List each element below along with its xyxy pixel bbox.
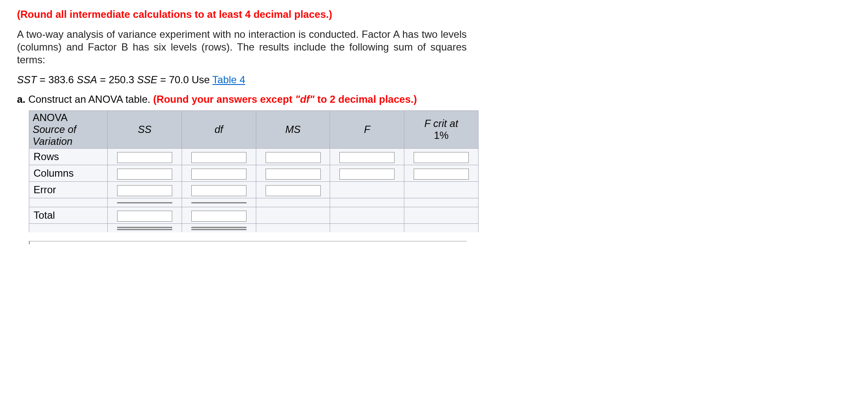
input-error-ss[interactable]	[117, 185, 172, 196]
ssa-value: = 250.3	[100, 74, 134, 85]
header-fcrit-line2: 1%	[434, 130, 449, 141]
row-subtotal-line	[29, 198, 479, 207]
input-columns-fcrit[interactable]	[414, 169, 469, 180]
input-error-df[interactable]	[191, 185, 246, 196]
input-columns-ss[interactable]	[117, 169, 172, 180]
input-rows-f[interactable]	[339, 152, 395, 163]
header-ms: MS	[256, 111, 330, 149]
input-columns-df[interactable]	[191, 169, 246, 180]
part-a-red1: (Round your answers except	[153, 93, 295, 105]
sst-label: SST	[17, 74, 37, 85]
part-a-text: Construct an ANOVA table.	[25, 93, 153, 105]
label-columns: Columns	[29, 165, 108, 182]
row-error: Error	[29, 182, 479, 198]
header-df: df	[182, 111, 256, 149]
input-rows-ms[interactable]	[266, 152, 321, 163]
table-4-link[interactable]: Table 4	[213, 74, 245, 85]
part-a-label: a.	[17, 93, 25, 105]
input-rows-fcrit[interactable]	[414, 152, 469, 163]
input-error-ms[interactable]	[266, 185, 321, 196]
input-total-ss[interactable]	[117, 211, 172, 222]
bottom-divider	[29, 241, 467, 244]
anova-table: ANOVA Source of Variation SS df MS F F c…	[29, 110, 479, 232]
header-fcrit: F crit at 1%	[404, 111, 479, 149]
sst-value: = 383.6	[39, 74, 74, 85]
problem-paragraph: A two-way analysis of variance experimen…	[17, 28, 467, 66]
sse-value: = 70.0 Use	[160, 74, 213, 85]
input-columns-ms[interactable]	[266, 169, 321, 180]
anova-title-text: ANOVA	[33, 112, 67, 123]
part-a-df: "df"	[295, 93, 314, 105]
row-total: Total	[29, 207, 479, 224]
header-source: Source of Variation	[33, 124, 76, 147]
row-rows: Rows	[29, 149, 479, 165]
row-columns: Columns	[29, 165, 479, 182]
formula-line: SST = 383.6 SSA = 250.3 SSE = 70.0 Use T…	[17, 74, 467, 86]
label-rows: Rows	[29, 149, 108, 165]
ssa-label: SSA	[77, 74, 97, 85]
label-error: Error	[29, 182, 108, 198]
part-a-red2: to 2 decimal places.)	[314, 93, 417, 105]
sse-label: SSE	[137, 74, 157, 85]
header-ss: SS	[108, 111, 182, 149]
input-rows-ss[interactable]	[117, 152, 172, 163]
label-total: Total	[29, 207, 108, 224]
part-a-prompt: a. Construct an ANOVA table. (Round your…	[17, 93, 467, 105]
row-double-line	[29, 224, 479, 233]
anova-title: ANOVA Source of Variation	[29, 111, 108, 149]
rounding-instruction: (Round all intermediate calculations to …	[17, 8, 467, 20]
header-f: F	[330, 111, 404, 149]
header-fcrit-line1: F crit at	[424, 118, 458, 129]
input-columns-f[interactable]	[339, 169, 395, 180]
input-rows-df[interactable]	[191, 152, 246, 163]
input-total-df[interactable]	[191, 211, 246, 222]
